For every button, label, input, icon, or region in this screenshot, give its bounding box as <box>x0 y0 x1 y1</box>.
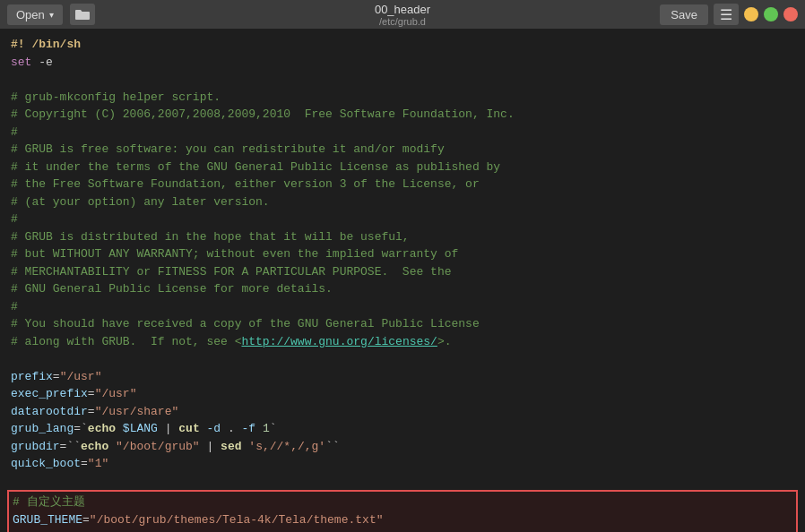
code-line-15: # GNU General Public License for more de… <box>11 280 794 298</box>
code-line-17: # You should have received a copy of the… <box>11 315 794 333</box>
file-path: /etc/grub.d <box>375 16 430 27</box>
code-editor[interactable]: #! /bin/sh set -e # grub-mkconfig helper… <box>0 29 805 532</box>
open-chevron-icon: ▾ <box>49 10 54 20</box>
code-line-22: datarootdir="/usr/share" <box>11 403 794 421</box>
code-line-26 <box>11 473 794 491</box>
code-line-14: # MERCHANTABILITY or FITNESS FOR A PARTI… <box>11 263 794 281</box>
code-line-8: # it under the terms of the GNU General … <box>11 159 794 176</box>
open-label: Open <box>16 8 45 21</box>
code-line-1: #! /bin/sh <box>11 36 794 54</box>
code-line-23: grub_lang=`echo $LANG | cut -d . -f 1` <box>11 420 794 438</box>
file-title: 00_header <box>375 3 430 16</box>
highlight-section: # 自定义主题 GRUB_THEME="/boot/grub/themes/Te… <box>7 490 798 532</box>
code-line-13: # but WITHOUT ANY WARRANTY; without even… <box>11 245 794 263</box>
title-center: 00_header /etc/grub.d <box>375 3 430 27</box>
code-line-21: exec_prefix="/usr" <box>11 385 794 403</box>
folder-icon <box>75 8 90 21</box>
code-line-11: # <box>11 210 794 228</box>
code-line-20: prefix="/usr" <box>11 368 794 386</box>
code-line-7: # GRUB is free software: you can redistr… <box>11 141 794 159</box>
minimize-button[interactable] <box>744 7 758 21</box>
title-right-controls: Save ☰ <box>660 4 798 25</box>
code-line-27: # 自定义主题 <box>13 493 796 511</box>
open-button[interactable]: Open ▾ <box>7 4 63 25</box>
maximize-button[interactable] <box>764 7 778 21</box>
close-button[interactable] <box>783 7 798 21</box>
code-line-18: # along with GRUB. If not, see <http://w… <box>11 333 794 351</box>
code-line-3 <box>11 71 794 89</box>
folder-button[interactable] <box>70 4 95 25</box>
code-line-24: grubdir=``echo "/boot/grub" | sed 's,//*… <box>11 438 794 456</box>
code-line-4: # grub-mkconfig helper script. <box>11 89 794 107</box>
code-line-6: # <box>11 124 794 142</box>
hamburger-icon: ☰ <box>720 6 732 23</box>
code-line-2: set -e <box>11 54 794 72</box>
menu-button[interactable]: ☰ <box>714 4 739 25</box>
code-line-25: quick_boot="1" <box>11 455 794 473</box>
code-line-5: # Copyright (C) 2006,2007,2008,2009,2010… <box>11 106 794 124</box>
code-line-9: # the Free Software Foundation, either v… <box>11 176 794 193</box>
save-button[interactable]: Save <box>660 4 708 25</box>
code-line-19 <box>11 350 794 368</box>
code-line-28: GRUB_THEME="/boot/grub/themes/Tela-4k/Te… <box>13 511 796 529</box>
code-line-29: GRUB_GFXMODE="1920x1080x32" <box>13 528 796 532</box>
code-line-10: # (at your option) any later version. <box>11 193 794 211</box>
titlebar: Open ▾ 00_header /etc/grub.d Save ☰ <box>0 0 805 29</box>
code-line-16: # <box>11 298 794 316</box>
code-line-12: # GRUB is distributed in the hope that i… <box>11 228 794 246</box>
